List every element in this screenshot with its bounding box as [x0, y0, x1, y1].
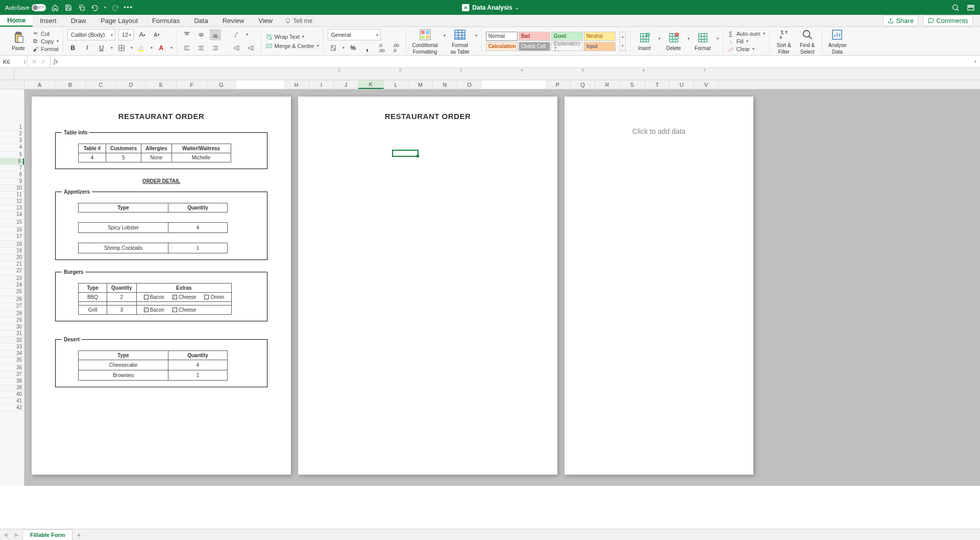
- column-header-S[interactable]: S: [620, 80, 645, 89]
- name-box[interactable]: K6▴▾: [0, 56, 28, 67]
- row-header-1[interactable]: 1: [0, 124, 24, 131]
- row-header-25[interactable]: 25: [0, 289, 24, 296]
- formula-input[interactable]: [61, 56, 971, 67]
- tab-data[interactable]: Data: [187, 15, 215, 27]
- ribbon-options-icon[interactable]: [967, 4, 975, 12]
- row-header-32[interactable]: 32: [0, 337, 24, 344]
- cell-style-calculation[interactable]: Calculation: [486, 42, 518, 51]
- tab-review[interactable]: Review: [215, 15, 252, 27]
- accounting-button[interactable]: [328, 42, 339, 54]
- row-header-30[interactable]: 30: [0, 324, 24, 331]
- comments-button[interactable]: Comments: [923, 15, 973, 26]
- delete-cells-button[interactable]: Delete: [664, 31, 684, 51]
- extra-cheese-checkbox[interactable]: ✓Cheese: [173, 294, 196, 300]
- row-header-28[interactable]: 28: [0, 311, 24, 317]
- row-header-16[interactable]: 16: [0, 227, 24, 233]
- cell-style-check[interactable]: Check Cell: [519, 42, 550, 51]
- wrap-text-button[interactable]: Wrap Text▾: [265, 33, 319, 40]
- font-name-combo[interactable]: Calibri (Body)▾: [67, 29, 115, 40]
- format-painter-button[interactable]: 🖌Format: [32, 45, 59, 53]
- duplicate-icon[interactable]: [78, 4, 86, 12]
- column-header-A[interactable]: A: [24, 80, 55, 89]
- sheet-nav-prev[interactable]: ◀: [4, 532, 8, 537]
- extra-cheese-checkbox[interactable]: Cheese: [173, 307, 196, 313]
- cell-style-explanatory[interactable]: Explanatory T...: [551, 42, 583, 51]
- format-as-table-button[interactable]: Formatas Table: [449, 28, 472, 55]
- row-header-31[interactable]: 31: [0, 331, 24, 337]
- row-header-27[interactable]: 27: [0, 303, 24, 311]
- column-header-K[interactable]: K: [358, 80, 384, 89]
- row-header-13[interactable]: 13: [0, 205, 24, 212]
- cell-style-neutral[interactable]: Neutral: [584, 32, 616, 41]
- conditional-formatting-button[interactable]: ConditionalFormatting: [410, 28, 440, 55]
- decrease-decimal-button[interactable]: .00.0: [390, 42, 402, 54]
- fill-color-button[interactable]: [136, 42, 147, 54]
- more-icon[interactable]: •••: [125, 4, 133, 12]
- enter-icon[interactable]: ✓: [41, 58, 46, 65]
- row-header-6[interactable]: 6: [0, 158, 24, 165]
- column-header-L[interactable]: L: [384, 80, 408, 89]
- number-format-combo[interactable]: General▾: [328, 29, 381, 40]
- sheet-nav-next[interactable]: ▶: [15, 532, 19, 537]
- bold-button[interactable]: B: [67, 42, 79, 54]
- tab-view[interactable]: View: [251, 15, 280, 27]
- row-header-15[interactable]: 15: [0, 219, 24, 227]
- column-header-I[interactable]: I: [309, 80, 334, 89]
- row-header-42[interactable]: 42: [0, 405, 24, 411]
- home-icon[interactable]: [51, 4, 59, 12]
- comma-button[interactable]: ,: [362, 42, 373, 54]
- cell-style-good[interactable]: Good: [551, 32, 583, 41]
- column-header-B[interactable]: B: [55, 80, 86, 89]
- row-header-3[interactable]: 3: [0, 137, 24, 144]
- tab-page-layout[interactable]: Page Layout: [93, 15, 145, 27]
- tab-insert[interactable]: Insert: [33, 15, 64, 27]
- row-header-19[interactable]: 19: [0, 248, 24, 254]
- row-header-5[interactable]: 5: [0, 152, 24, 158]
- cancel-icon[interactable]: ✕: [32, 58, 37, 65]
- align-top-button[interactable]: [181, 29, 192, 40]
- column-header-J[interactable]: J: [334, 80, 358, 89]
- row-header-23[interactable]: 23: [0, 275, 24, 282]
- row-header-10[interactable]: 10: [0, 185, 24, 192]
- row-header-21[interactable]: 21: [0, 261, 24, 268]
- fill-button[interactable]: ↓Fill▾: [727, 38, 765, 45]
- column-header-O[interactable]: O: [457, 80, 482, 89]
- row-header-12[interactable]: 12: [0, 198, 24, 205]
- orientation-button[interactable]: [231, 29, 242, 40]
- analyse-data-button[interactable]: AnalyseData: [826, 28, 849, 55]
- find-select-button[interactable]: Find &Select: [797, 28, 818, 55]
- format-cells-button[interactable]: Format: [693, 31, 713, 51]
- extra-bacon-checkbox[interactable]: Bacon: [144, 294, 164, 300]
- row-header-40[interactable]: 40: [0, 391, 24, 398]
- sort-filter-button[interactable]: Sort &Filter: [774, 28, 794, 55]
- row-header-36[interactable]: 36: [0, 365, 24, 371]
- align-bottom-button[interactable]: [210, 29, 221, 40]
- underline-button[interactable]: U: [96, 42, 107, 54]
- row-header-22[interactable]: 22: [0, 268, 24, 275]
- fill-handle[interactable]: [416, 155, 419, 157]
- column-header-U[interactable]: U: [670, 80, 694, 89]
- row-header-9[interactable]: 9: [0, 178, 24, 185]
- autosum-button[interactable]: ∑Auto-sum▾: [727, 30, 765, 37]
- increase-font-button[interactable]: A▴: [137, 29, 148, 40]
- row-header-8[interactable]: 8: [0, 172, 24, 178]
- cut-button[interactable]: ✂Cut: [32, 30, 59, 37]
- column-header-R[interactable]: R: [595, 80, 620, 89]
- extra-bacon-checkbox[interactable]: ✓Bacon: [144, 307, 164, 313]
- column-header-C[interactable]: C: [86, 80, 116, 89]
- save-icon[interactable]: [64, 4, 72, 12]
- clear-button[interactable]: Clear▾: [727, 45, 765, 53]
- row-header-33[interactable]: 33: [0, 344, 24, 350]
- column-header-N[interactable]: N: [433, 80, 457, 89]
- row-header-11[interactable]: 11: [0, 192, 24, 198]
- expand-formula-bar[interactable]: ▾: [971, 59, 980, 64]
- tab-home[interactable]: Home: [0, 15, 33, 27]
- column-header-Q[interactable]: Q: [571, 80, 595, 89]
- cell-style-gallery-nav[interactable]: ▴▾: [620, 32, 626, 51]
- column-header-F[interactable]: F: [177, 80, 207, 89]
- extra-onion-checkbox[interactable]: Onion: [204, 294, 224, 300]
- increase-decimal-button[interactable]: .0.00: [376, 42, 387, 54]
- decrease-font-button[interactable]: A▾: [151, 29, 162, 40]
- column-header-D[interactable]: D: [116, 80, 146, 89]
- fx-icon[interactable]: fx: [51, 58, 61, 65]
